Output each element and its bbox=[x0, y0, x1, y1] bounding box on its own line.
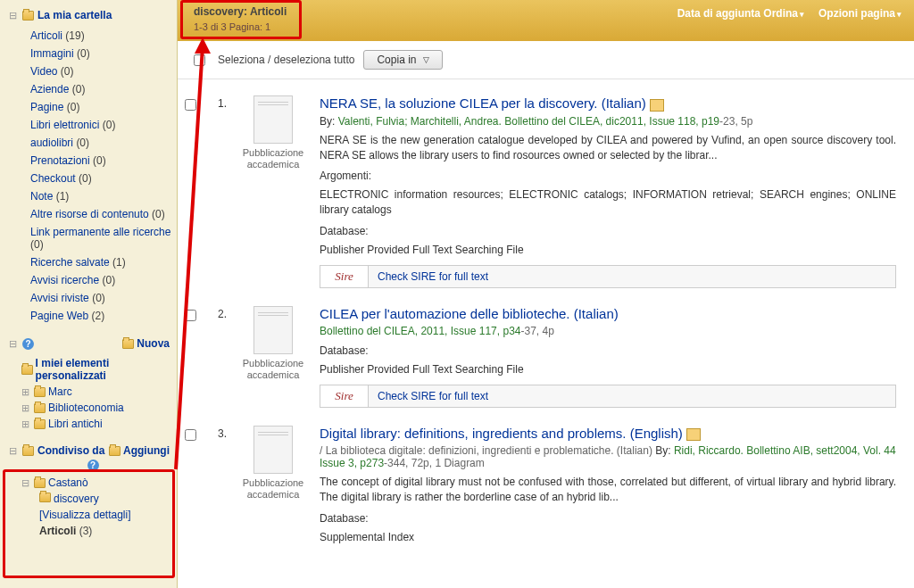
result-title-link[interactable]: CILEA per l'automazione delle bibliotech… bbox=[320, 306, 619, 321]
expand-icon[interactable]: ⊞ bbox=[21, 386, 31, 398]
abstract: NERA SE is the new generation catalogue … bbox=[320, 133, 896, 163]
sidebar-item[interactable]: Immagini bbox=[30, 47, 74, 60]
breadcrumb: discovery: Articoli bbox=[194, 5, 287, 18]
copy-in-button[interactable]: Copia in▽ bbox=[363, 50, 443, 70]
folder-icon bbox=[22, 11, 34, 21]
sidebar-item[interactable]: Prenotazioni bbox=[30, 154, 90, 167]
tree-item-castano[interactable]: Castanò bbox=[48, 476, 88, 489]
tree-item[interactable]: Libri antichi bbox=[48, 418, 103, 430]
collapse-icon[interactable]: ⊟ bbox=[21, 477, 31, 489]
db-label: Database: bbox=[320, 225, 896, 237]
expand-icon[interactable]: ⊞ bbox=[21, 402, 31, 414]
sire-fulltext-link[interactable]: Check SIRE for full text bbox=[369, 390, 488, 402]
help-icon[interactable]: ? bbox=[22, 338, 34, 350]
document-icon bbox=[253, 426, 293, 474]
my-custom-label[interactable]: I miei elementi personalizzati bbox=[36, 357, 177, 382]
select-all-checkbox[interactable] bbox=[194, 54, 205, 66]
fulltext-icon[interactable] bbox=[650, 99, 664, 112]
sidebar-item[interactable]: Avvisi riviste bbox=[30, 292, 89, 304]
folder-my-folder[interactable]: ⊟ La mia cartella bbox=[9, 9, 177, 21]
author-link[interactable]: Ridi, Riccardo bbox=[674, 444, 741, 457]
sidebar-item[interactable]: Video bbox=[30, 65, 57, 78]
folder-icon bbox=[22, 446, 34, 456]
my-folder-label[interactable]: La mia cartella bbox=[37, 9, 112, 21]
main: discovery: Articoli 1-3 di 3 Pagina: 1 D… bbox=[178, 0, 914, 588]
result-checkbox[interactable] bbox=[185, 429, 196, 441]
chevron-down-icon: ▾ bbox=[897, 10, 902, 19]
result-item: 1. Pubblicazione accademica NERA SE, la … bbox=[185, 87, 896, 288]
db-value: Publisher Provided Full Text Searching F… bbox=[320, 362, 896, 377]
collapse-icon[interactable]: ⊟ bbox=[9, 10, 19, 21]
abstract: The concept of digital library must not … bbox=[320, 475, 896, 505]
result-number: 3. bbox=[211, 426, 227, 545]
result-title-link[interactable]: Digital library: definitions, ingredient… bbox=[320, 426, 683, 441]
sidebar-item[interactable]: Pagine bbox=[30, 101, 63, 113]
toolbar: Seleziona / deseleziona tutto Copia in▽ bbox=[178, 41, 914, 79]
collapse-icon[interactable]: ⊟ bbox=[9, 445, 19, 457]
result-title-link[interactable]: NERA SE, la soluzione CILEA per la disco… bbox=[320, 95, 646, 111]
tree-item-articoli[interactable]: Articoli bbox=[39, 525, 76, 537]
sire-logo-icon: Sire bbox=[320, 266, 369, 287]
page-info: 1-3 di 3 Pagina: 1 bbox=[194, 21, 287, 32]
folder-icon bbox=[21, 365, 33, 375]
sire-row: Sire Check SIRE for full text bbox=[320, 265, 896, 288]
document-icon bbox=[253, 306, 293, 354]
expand-icon[interactable]: ⊞ bbox=[21, 418, 31, 430]
sidebar-item[interactable]: Aziende bbox=[30, 83, 69, 95]
folder-icon bbox=[34, 387, 46, 397]
author-link[interactable]: Valenti, Fulvia; Marchitelli, Andrea bbox=[338, 115, 499, 128]
collapse-icon[interactable]: ⊟ bbox=[9, 338, 19, 350]
sidebar-folder-list: Articoli (19) Immagini (0) Video (0) Azi… bbox=[9, 27, 177, 325]
new-link[interactable]: Nuova bbox=[122, 337, 170, 350]
folder-icon bbox=[39, 493, 51, 502]
chevron-down-icon: ▾ bbox=[800, 10, 804, 19]
thumb-label: Pubblicazione accademica bbox=[241, 477, 305, 501]
sire-fulltext-link[interactable]: Check SIRE for full text bbox=[369, 270, 488, 283]
chevron-down-icon: ▽ bbox=[423, 55, 429, 64]
db-value: Publisher Provided Full Text Searching F… bbox=[320, 243, 896, 258]
folder-icon bbox=[34, 478, 46, 488]
topbar: discovery: Articoli 1-3 di 3 Pagina: 1 D… bbox=[178, 0, 914, 41]
sire-row: Sire Check SIRE for full text bbox=[320, 385, 896, 408]
tree-item[interactable]: Biblioteconomia bbox=[48, 402, 124, 414]
sidebar-item[interactable]: Link permanente alle ricerche bbox=[30, 226, 170, 238]
sidebar-item[interactable]: audiolibri bbox=[30, 137, 73, 149]
result-item: 3. Pubblicazione accademica Digital libr… bbox=[185, 417, 896, 545]
sidebar-item[interactable]: Articoli bbox=[30, 29, 62, 42]
sidebar-item[interactable]: Altre risorse di contenuto bbox=[30, 208, 149, 220]
sidebar-item[interactable]: Note bbox=[30, 190, 53, 203]
page-options-dropdown[interactable]: Opzioni pagina▾ bbox=[818, 7, 902, 20]
tree-item[interactable]: Marc bbox=[48, 385, 72, 398]
sidebar-item[interactable]: Avvisi ricerche bbox=[30, 274, 99, 286]
sidebar-item[interactable]: Pagine Web bbox=[30, 310, 88, 322]
tree-item-discovery[interactable]: discovery bbox=[54, 493, 99, 505]
result-item: 2. Pubblicazione accademica CILEA per l'… bbox=[185, 297, 896, 408]
select-all-label: Seleziona / deseleziona tutto bbox=[218, 54, 354, 66]
sire-logo-icon: Sire bbox=[320, 385, 369, 407]
folder-icon bbox=[34, 403, 46, 413]
result-number: 2. bbox=[211, 306, 227, 408]
sort-dropdown[interactable]: Data di aggiunta Ordina▾ bbox=[677, 7, 804, 20]
thumb-label: Pubblicazione accademica bbox=[241, 147, 305, 170]
thumb-label: Pubblicazione accademica bbox=[241, 358, 305, 381]
add-link[interactable]: Aggiungi bbox=[109, 444, 170, 457]
sidebar-item[interactable]: Libri elettronici bbox=[30, 119, 99, 131]
folder-custom[interactable]: ⊟ ? Nuova bbox=[9, 337, 177, 350]
document-icon bbox=[253, 95, 293, 144]
db-label: Database: bbox=[320, 344, 896, 357]
folder-shared[interactable]: ⊟ Condiviso da Aggiungi bbox=[9, 444, 177, 457]
results-list: 1. Pubblicazione accademica NERA SE, la … bbox=[178, 79, 914, 588]
shared-label[interactable]: Condiviso da bbox=[37, 444, 104, 457]
subjects-label: Argomenti: bbox=[320, 170, 896, 182]
result-number: 1. bbox=[211, 95, 227, 288]
result-checkbox[interactable] bbox=[185, 99, 196, 111]
help-icon[interactable]: ? bbox=[87, 460, 99, 471]
sidebar-item[interactable]: Ricerche salvate bbox=[30, 256, 110, 269]
folder-icon bbox=[34, 419, 46, 429]
result-checkbox[interactable] bbox=[185, 310, 196, 321]
view-details-link[interactable]: Visualizza dettagli bbox=[42, 509, 128, 521]
db-value: Supplemental Index bbox=[320, 530, 896, 545]
sidebar-item[interactable]: Checkout bbox=[30, 172, 76, 185]
fulltext-icon[interactable] bbox=[686, 428, 701, 441]
sidebar: ⊟ La mia cartella Articoli (19) Immagini… bbox=[0, 0, 178, 588]
